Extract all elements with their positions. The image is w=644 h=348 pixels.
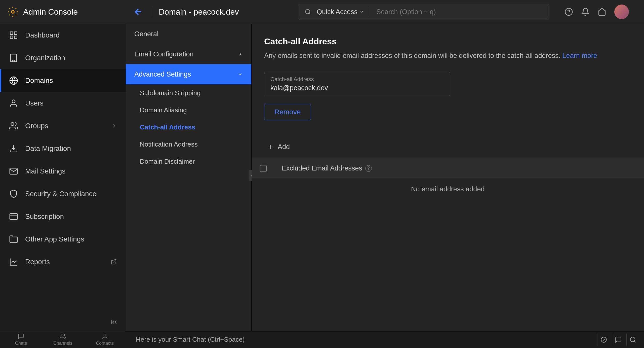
contacts-icon [102, 333, 108, 340]
nav-label: Groups [25, 122, 48, 130]
svg-point-13 [61, 334, 63, 336]
nav-label: Organization [25, 54, 65, 62]
chevron-right-icon [238, 52, 243, 57]
bottom-tab-channels[interactable]: Channels [42, 331, 84, 348]
subnav-sub-item-catch-all-address[interactable]: Catch-all Address [126, 119, 251, 136]
subnav-sub-item-domain-disclaimer[interactable]: Domain Disclaimer [126, 153, 251, 170]
svg-rect-5 [14, 36, 17, 39]
chart-icon [9, 257, 18, 266]
nav-item-other-app-settings[interactable]: Other App Settings [0, 228, 126, 251]
search-input[interactable] [376, 8, 543, 16]
subnav-sub-item-notification-address[interactable]: Notification Address [126, 136, 251, 153]
content-description: Any emails sent to invalid email address… [264, 52, 631, 60]
nav-item-domains[interactable]: Domains [0, 69, 126, 92]
subnav-sub-label: Domain Aliasing [140, 106, 187, 114]
field-value: kaia@peacock.dev [270, 84, 444, 92]
brand-logo-icon [8, 7, 18, 17]
nav-item-subscription[interactable]: Subscription [0, 205, 126, 228]
chats-icon [18, 333, 24, 340]
add-button[interactable]: Add [268, 143, 631, 151]
subnav-sub-label: Catch-all Address [140, 123, 195, 131]
nav-item-organization[interactable]: Organization [0, 47, 126, 69]
nav-item-security-compliance[interactable]: Security & Compliance [0, 183, 126, 205]
content-title: Catch-all Address [264, 37, 631, 46]
subnav-sub-label: Subdomain Stripping [140, 89, 200, 97]
nav-label: Users [25, 99, 44, 107]
bottom-tab-contacts[interactable]: Contacts [84, 331, 126, 348]
download-icon [9, 144, 18, 153]
search-bar[interactable]: Quick Access [298, 4, 549, 20]
nav-label: Data Migration [25, 145, 71, 153]
remove-button[interactable]: Remove [264, 104, 311, 120]
quick-access-dropdown[interactable]: Quick Access [317, 8, 364, 16]
plus-icon [268, 144, 274, 150]
svg-rect-6 [10, 36, 13, 39]
subnav-item-advanced-settings[interactable]: Advanced Settings [126, 64, 251, 84]
header-icons [565, 5, 629, 19]
nav-item-reports[interactable]: Reports [0, 251, 126, 273]
users-icon [9, 121, 18, 130]
avatar[interactable] [614, 5, 629, 19]
sub-nav: GeneralEmail ConfigurationAdvanced Setti… [126, 24, 252, 331]
nav-label: Other App Settings [25, 235, 84, 243]
channels-icon [60, 333, 66, 340]
left-nav: DashboardOrganizationDomainsUsersGroupsD… [0, 24, 126, 331]
nav-item-mail-settings[interactable]: Mail Settings [0, 160, 126, 183]
nav-label: Mail Settings [25, 167, 65, 175]
subnav-label: Advanced Settings [134, 71, 191, 78]
nav-item-dashboard[interactable]: Dashboard [0, 24, 126, 47]
svg-rect-3 [10, 32, 13, 35]
help-icon[interactable] [565, 8, 573, 16]
home-icon[interactable] [598, 8, 606, 16]
bottom-icon-1[interactable] [597, 333, 610, 346]
excluded-header: Excluded Email Addresses ? [252, 158, 644, 178]
top-header: Admin Console Domain - peacock.dev Quick… [0, 0, 644, 24]
subnav-sub-label: Notification Address [140, 141, 198, 148]
nav-label: Subscription [25, 213, 64, 221]
brand[interactable]: Admin Console [0, 0, 126, 24]
nav-label: Dashboard [25, 31, 60, 39]
subnav-item-general[interactable]: General [126, 24, 251, 44]
subnav-sub-item-subdomain-stripping[interactable]: Subdomain Stripping [126, 84, 251, 101]
nav-item-groups[interactable]: Groups [0, 115, 126, 137]
shield-icon [9, 189, 18, 198]
subnav-label: Email Configuration [134, 50, 194, 58]
svg-point-16 [630, 337, 635, 342]
building-icon [9, 53, 18, 62]
header-main: Domain - peacock.dev Quick Access [126, 4, 644, 20]
bottom-icon-3[interactable] [626, 333, 639, 346]
nav-item-users[interactable]: Users [0, 92, 126, 115]
smart-chat-label[interactable]: Here is your Smart Chat (Ctrl+Space) [126, 336, 597, 343]
page-title: Domain - peacock.dev [159, 7, 239, 17]
select-all-checkbox[interactable] [260, 165, 267, 172]
quick-access-label: Quick Access [317, 8, 357, 16]
subnav-sub-label: Domain Disclaimer [140, 158, 195, 165]
svg-rect-7 [11, 54, 17, 62]
svg-rect-12 [10, 214, 17, 220]
divider [370, 7, 370, 17]
nav-item-data-migration[interactable]: Data Migration [0, 137, 126, 160]
back-button[interactable] [133, 7, 143, 17]
chevron-right-icon [111, 123, 117, 129]
help-icon[interactable]: ? [365, 165, 372, 172]
divider [151, 7, 151, 17]
subnav-label: General [134, 30, 158, 38]
bottom-right-icons [597, 333, 644, 346]
collapse-nav-icon[interactable] [111, 318, 118, 326]
bottom-tabs: ChatsChannelsContacts [0, 331, 126, 348]
nav-label: Domains [25, 77, 53, 85]
svg-point-1 [305, 9, 310, 14]
svg-rect-4 [14, 32, 17, 35]
catchall-field[interactable]: Catch-all Address kaia@peacock.dev [264, 72, 450, 96]
learn-more-link[interactable]: Learn more [562, 52, 597, 59]
bottom-icon-2[interactable] [612, 333, 624, 346]
brand-text: Admin Console [23, 7, 78, 17]
subnav-sub-item-domain-aliasing[interactable]: Domain Aliasing [126, 101, 251, 119]
excluded-title: Excluded Email Addresses ? [282, 164, 372, 172]
subnav-item-email-configuration[interactable]: Email Configuration [126, 44, 251, 64]
field-label: Catch-all Address [270, 76, 444, 83]
bell-icon[interactable] [581, 8, 590, 16]
svg-point-9 [12, 100, 15, 103]
bottom-tab-chats[interactable]: Chats [0, 331, 42, 348]
user-icon [9, 99, 18, 108]
